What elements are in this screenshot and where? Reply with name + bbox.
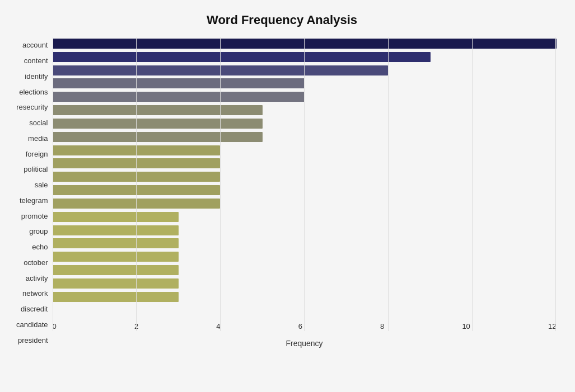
bar-row [53,251,557,263]
bar-discredit [53,265,179,275]
bar-row [53,77,557,89]
bar-echo [53,212,179,222]
bar-row [53,264,557,276]
bar-row [53,131,557,143]
y-label-president: president [18,332,48,348]
bar-political [53,145,221,155]
x-tick: 12 [548,322,556,330]
x-axis: 024681012 [53,320,557,337]
bar-telegram [53,172,221,182]
x-tick: 8 [380,322,384,330]
chart-title: Word Frequency Analysis [8,13,557,27]
y-label-sale: sale [35,177,48,193]
y-label-discredit: discredit [21,301,48,317]
bar-foreign [53,132,263,142]
x-tick: 4 [216,322,220,330]
bar-row [53,224,557,237]
chart-area: accountcontentidentifyelectionsresecurit… [8,37,557,348]
bar-network [53,252,179,262]
y-label-media: media [28,131,48,147]
bar-row [53,37,557,50]
x-tick: 6 [298,322,302,330]
y-label-promote: promote [21,208,48,224]
y-label-activity: activity [26,270,48,286]
chart-container: Word Frequency Analysis accountcontentid… [2,2,573,390]
bar-row [53,117,557,130]
bar-row [53,237,557,249]
y-label-resecurity: resecurity [16,100,48,115]
y-label-elections: elections [19,84,48,100]
x-tick: 10 [462,322,470,330]
x-axis-label: Frequency [286,339,322,348]
bar-content [53,52,431,62]
bar-row [53,144,557,157]
bar-row [53,211,557,223]
bar-row [53,64,557,77]
bar-sale [53,158,221,168]
y-label-political: political [24,162,48,177]
y-label-social: social [29,115,48,131]
y-label-october: october [24,255,48,271]
x-tick: 2 [134,322,138,330]
y-label-account: account [22,37,48,53]
bar-october [53,225,179,235]
bottom-section: 024681012 Frequency [53,320,557,348]
bars-and-grid: 024681012 Frequency [53,37,557,348]
bar-row [53,277,557,290]
bar-activity [53,238,179,248]
y-label-identify: identify [25,69,48,84]
bar-identify [53,65,389,75]
bar-row [53,197,557,210]
y-label-content: content [24,53,48,69]
y-label-echo: echo [32,239,48,255]
bar-row [53,104,557,116]
bar-president [53,292,179,302]
x-tick: 0 [53,322,57,330]
bars-wrapper [53,37,557,320]
bar-row [53,157,557,169]
y-labels: accountcontentidentifyelectionsresecurit… [8,37,53,348]
bar-candidate [53,278,179,289]
bar-elections [53,78,305,88]
bar-social [53,105,263,115]
bar-group [53,199,221,209]
y-label-foreign: foreign [26,146,48,162]
bar-row [53,291,557,303]
y-label-candidate: candidate [16,317,48,333]
bar-resecurity [53,92,305,102]
bar-promote [53,185,221,195]
bar-row [53,51,557,63]
y-label-network: network [22,286,48,301]
bar-row [53,184,557,196]
bar-account [53,39,557,49]
bar-media [53,119,263,129]
y-label-telegram: telegram [20,193,48,209]
bar-row [53,171,557,183]
bar-row [53,91,557,103]
y-label-group: group [29,224,48,239]
